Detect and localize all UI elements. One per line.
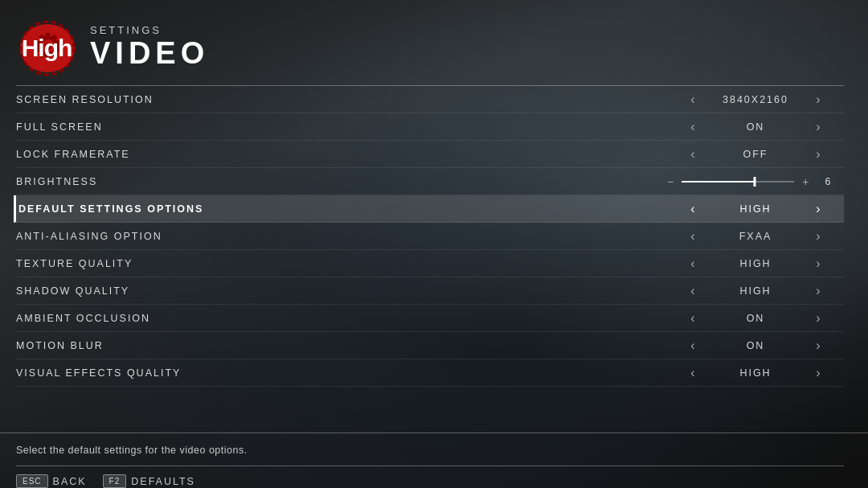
setting-row-6[interactable]: TEXTURE QUALITY ‹ HIGH › (16, 250, 844, 277)
setting-name-0: SCREEN RESOLUTION (16, 94, 667, 105)
setting-control-2: ‹ OFF › (667, 147, 844, 162)
arrow-left-btn[interactable]: ‹ (686, 147, 700, 162)
setting-value-9: ON (711, 340, 800, 351)
slider-decrease-btn[interactable]: − (667, 175, 674, 188)
setting-control-1: ‹ ON › (667, 120, 844, 134)
footer-btn-label-0: BACK (53, 476, 87, 487)
setting-control-6: ‹ HIGH › (667, 256, 844, 271)
setting-name-7: SHADOW QUALITY (16, 285, 667, 297)
setting-row-2[interactable]: LOCK FRAMERATE ‹ OFF › (16, 141, 844, 168)
brightness-control: − + 6 (667, 175, 844, 188)
arrow-right-btn[interactable]: › (811, 147, 825, 162)
key-badge-0: Esc (16, 474, 48, 488)
arrow-right-btn[interactable]: › (811, 366, 825, 380)
setting-value-4: HIGH (711, 203, 800, 215)
setting-name-1: FULL SCREEN (16, 121, 667, 133)
setting-value-10: HIGH (711, 367, 800, 379)
game-logo: ⚙ High (16, 14, 79, 77)
arrow-left-btn[interactable]: ‹ (686, 202, 700, 216)
setting-control-4: ‹ HIGH › (667, 202, 844, 216)
arrow-right-btn[interactable]: › (811, 338, 825, 353)
setting-name-10: VISUAL EFFECTS QUALITY (16, 367, 667, 379)
setting-row-3[interactable]: BRIGHTNESS − + 6 (16, 168, 844, 195)
slider-track[interactable] (682, 181, 794, 182)
setting-value-7: HIGH (711, 285, 800, 297)
arrow-right-btn[interactable]: › (811, 229, 825, 244)
footer-buttons: Esc BACK F2 DEFAULTS (16, 474, 844, 488)
slider-thumb (754, 177, 756, 187)
arrow-right-btn[interactable]: › (811, 256, 825, 271)
setting-value-8: ON (711, 313, 800, 324)
setting-name-2: LOCK FRAMERATE (16, 149, 667, 160)
setting-name-8: AMBIENT OCCLUSION (16, 313, 667, 324)
header-text: SETTINGS VIDEO (90, 24, 209, 68)
arrow-right-btn[interactable]: › (811, 284, 825, 298)
setting-control-0: ‹ 3840x2160 › (667, 92, 844, 107)
arrow-left-btn[interactable]: ‹ (686, 284, 700, 298)
setting-row-10[interactable]: VISUAL EFFECTS QUALITY ‹ HIGH › (16, 359, 844, 387)
setting-row-7[interactable]: SHADOW QUALITY ‹ HIGH › (16, 277, 844, 305)
arrow-right-btn[interactable]: › (811, 311, 825, 326)
setting-control-8: ‹ ON › (667, 311, 844, 326)
slider-value: 6 (817, 176, 831, 187)
description-text: Select the default settings for the vide… (16, 445, 844, 456)
setting-row-1[interactable]: FULL SCREEN ‹ ON › (16, 113, 844, 141)
setting-control-10: ‹ HIGH › (667, 366, 844, 380)
settings-label: SETTINGS (90, 24, 209, 36)
arrow-left-btn[interactable]: ‹ (686, 120, 700, 134)
svg-text:High: High (22, 35, 72, 61)
bottom-section: Select the default settings for the vide… (0, 433, 868, 488)
main-container: ⚙ High SETTINGS VIDEO SCREEN RESOLUTION … (0, 0, 868, 488)
slider-increase-btn[interactable]: + (802, 175, 809, 188)
setting-row-0[interactable]: SCREEN RESOLUTION ‹ 3840x2160 › (16, 86, 844, 113)
arrow-left-btn[interactable]: ‹ (686, 311, 700, 326)
setting-control-5: ‹ FXAA › (667, 229, 844, 244)
header: ⚙ High SETTINGS VIDEO (0, 0, 868, 85)
settings-list: SCREEN RESOLUTION ‹ 3840x2160 › FULL SCR… (0, 86, 868, 433)
setting-name-9: MOTION BLUR (16, 340, 667, 351)
footer-btn-0[interactable]: Esc BACK (16, 474, 87, 488)
footer-btn-1[interactable]: F2 DEFAULTS (103, 474, 195, 488)
video-label: VIDEO (90, 38, 209, 68)
key-badge-1: F2 (103, 474, 127, 488)
arrow-left-btn[interactable]: ‹ (686, 92, 700, 107)
setting-value-6: HIGH (711, 258, 800, 269)
setting-row-5[interactable]: ANTI-ALIASING OPTION ‹ FXAA › (16, 223, 844, 250)
setting-row-4[interactable]: DEFAULT SETTINGS OPTIONS ‹ HIGH › (14, 195, 844, 223)
setting-value-2: OFF (711, 149, 800, 160)
footer-divider (16, 465, 844, 466)
slider-fill (682, 181, 755, 182)
setting-name-4: DEFAULT SETTINGS OPTIONS (18, 203, 667, 215)
setting-value-1: ON (711, 121, 800, 133)
setting-value-0: 3840x2160 (711, 94, 800, 105)
arrow-left-btn[interactable]: ‹ (686, 366, 700, 380)
arrow-left-btn[interactable]: ‹ (686, 229, 700, 244)
setting-row-9[interactable]: MOTION BLUR ‹ ON › (16, 332, 844, 359)
setting-name-3: BRIGHTNESS (16, 176, 667, 187)
arrow-right-btn[interactable]: › (811, 120, 825, 134)
arrow-left-btn[interactable]: ‹ (686, 338, 700, 353)
arrow-right-btn[interactable]: › (811, 92, 825, 107)
arrow-right-btn[interactable]: › (811, 202, 825, 216)
setting-row-8[interactable]: AMBIENT OCCLUSION ‹ ON › (16, 305, 844, 332)
setting-name-6: TEXTURE QUALITY (16, 258, 667, 269)
setting-control-7: ‹ HIGH › (667, 284, 844, 298)
setting-control-9: ‹ ON › (667, 338, 844, 353)
arrow-left-btn[interactable]: ‹ (686, 256, 700, 271)
setting-name-5: ANTI-ALIASING OPTION (16, 231, 667, 242)
footer-btn-label-1: DEFAULTS (131, 476, 195, 487)
setting-value-5: FXAA (711, 231, 800, 242)
